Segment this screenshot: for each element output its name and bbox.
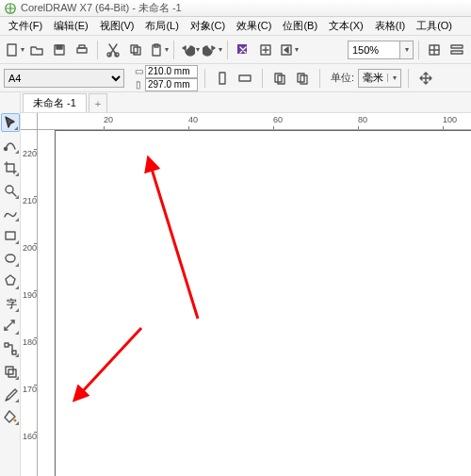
svg-rect-26: [6, 232, 15, 239]
shape-tool[interactable]: [1, 136, 20, 155]
ruler-tick: 200: [23, 243, 37, 253]
toolbox: 字: [0, 92, 21, 476]
rectangle-tool[interactable]: [1, 226, 20, 245]
ruler-tick: 180: [23, 337, 37, 347]
ruler-tick: 170: [23, 385, 37, 394]
fill-tool[interactable]: [1, 407, 20, 426]
units-select[interactable]: 毫米 ▾: [358, 69, 401, 88]
document-tab-label: 未命名 -1: [33, 96, 76, 110]
import-button[interactable]: [255, 40, 276, 60]
snap-button[interactable]: [424, 40, 445, 60]
separator: [227, 41, 228, 59]
eyedropper-tool[interactable]: [1, 385, 20, 403]
svg-rect-16: [451, 45, 463, 48]
menu-bitmaps[interactable]: 位图(B): [278, 18, 322, 34]
app-icon: [4, 2, 17, 15]
export-button[interactable]: [278, 40, 299, 60]
redo-button[interactable]: [202, 40, 222, 60]
document-tabs: 未命名 -1 +: [21, 92, 471, 113]
page-width-input[interactable]: [145, 65, 198, 78]
document-tab[interactable]: 未命名 -1: [23, 93, 87, 112]
menu-effects[interactable]: 效果(C): [232, 18, 276, 34]
ruler-tick: 160: [23, 432, 37, 441]
svg-rect-5: [79, 45, 85, 48]
new-button[interactable]: [4, 40, 24, 60]
svg-rect-17: [451, 51, 463, 54]
document-area: 字 未命名 -1 + 20 40 60 80 100 220 210 200: [0, 92, 471, 476]
paste-button[interactable]: [148, 40, 169, 60]
ruler-tick: 220: [23, 149, 37, 158]
menu-table[interactable]: 表格(I): [370, 18, 410, 34]
menu-text[interactable]: 文本(X): [324, 18, 368, 34]
page: [55, 130, 471, 476]
zoom-tool[interactable]: [1, 181, 20, 200]
ruler-tick: 40: [188, 115, 198, 124]
menu-arrange[interactable]: 对象(C): [186, 18, 230, 34]
svg-point-24: [4, 148, 7, 151]
vertical-ruler[interactable]: 220 210 200 190 180 170 160: [21, 130, 38, 476]
separator: [97, 41, 98, 59]
separator: [408, 69, 409, 88]
menu-file[interactable]: 文件(F): [4, 18, 47, 34]
add-document-tab[interactable]: +: [89, 93, 107, 112]
units-value: 毫米: [359, 71, 387, 85]
all-pages-button[interactable]: [269, 68, 290, 89]
separator: [204, 69, 205, 88]
portrait-button[interactable]: [212, 68, 233, 89]
effects-tool[interactable]: [1, 362, 20, 381]
separator: [319, 69, 320, 88]
property-bar: A4 ▭ ▯ 单位: 毫米 ▾: [0, 64, 471, 92]
zoom-dropdown-arrow[interactable]: ▾: [400, 41, 414, 59]
units-dropdown-arrow[interactable]: ▾: [387, 74, 400, 82]
ruler-origin[interactable]: [21, 113, 38, 130]
separator: [173, 41, 174, 59]
svg-rect-19: [239, 75, 251, 81]
menu-edit[interactable]: 编辑(E): [49, 18, 93, 34]
print-button[interactable]: [72, 40, 92, 60]
menu-bar: 文件(F) 编辑(E) 视图(V) 布局(L) 对象(C) 效果(C) 位图(B…: [0, 17, 471, 36]
drawing-canvas[interactable]: [38, 130, 471, 476]
crop-tool[interactable]: [1, 158, 20, 177]
freehand-tool[interactable]: [1, 204, 20, 222]
options-button[interactable]: [447, 40, 467, 60]
zoom-combo[interactable]: ▾: [348, 41, 414, 59]
menu-view[interactable]: 视图(V): [95, 18, 139, 34]
svg-rect-18: [219, 73, 225, 84]
open-button[interactable]: [26, 40, 47, 60]
page-dimensions: ▭ ▯: [132, 65, 198, 91]
separator: [262, 69, 263, 88]
page-height-input[interactable]: [145, 78, 198, 91]
ruler-tick: 190: [23, 290, 37, 300]
save-button[interactable]: [49, 40, 70, 60]
undo-button[interactable]: [179, 40, 200, 60]
menu-tools[interactable]: 工具(O): [412, 18, 457, 34]
search-content-button[interactable]: [233, 40, 253, 60]
dimension-tool[interactable]: [1, 317, 20, 336]
ruler-tick: 100: [443, 115, 457, 124]
page-size-select[interactable]: A4: [4, 69, 124, 88]
copy-button[interactable]: [125, 40, 146, 60]
ruler-tick: 60: [273, 115, 283, 124]
ellipse-tool[interactable]: [1, 249, 20, 268]
standard-toolbar: ▾: [0, 36, 471, 64]
pick-tool[interactable]: [1, 113, 20, 132]
svg-rect-4: [77, 48, 87, 53]
ruler-tick: 20: [104, 115, 113, 124]
canvas-area: 20 40 60 80 100 220 210 200 190 180 170 …: [21, 113, 471, 476]
zoom-input[interactable]: [348, 41, 400, 59]
nudge-button[interactable]: [415, 68, 436, 89]
svg-rect-3: [57, 45, 62, 49]
ruler-tick: 210: [23, 196, 37, 205]
menu-layout[interactable]: 布局(L): [140, 18, 183, 34]
current-page-button[interactable]: [292, 68, 313, 89]
svg-rect-31: [6, 367, 13, 374]
window-title: CorelDRAW X7 (64-Bit) - 未命名 -1: [21, 1, 182, 15]
polygon-tool[interactable]: [1, 271, 20, 290]
cut-button[interactable]: [103, 40, 123, 60]
width-icon: ▭: [132, 66, 145, 76]
connector-tool[interactable]: [1, 339, 20, 358]
workspace: 未命名 -1 + 20 40 60 80 100 220 210 200 190…: [21, 92, 471, 476]
horizontal-ruler[interactable]: 20 40 60 80 100: [38, 113, 471, 130]
text-tool[interactable]: 字: [1, 294, 20, 313]
landscape-button[interactable]: [235, 68, 255, 89]
